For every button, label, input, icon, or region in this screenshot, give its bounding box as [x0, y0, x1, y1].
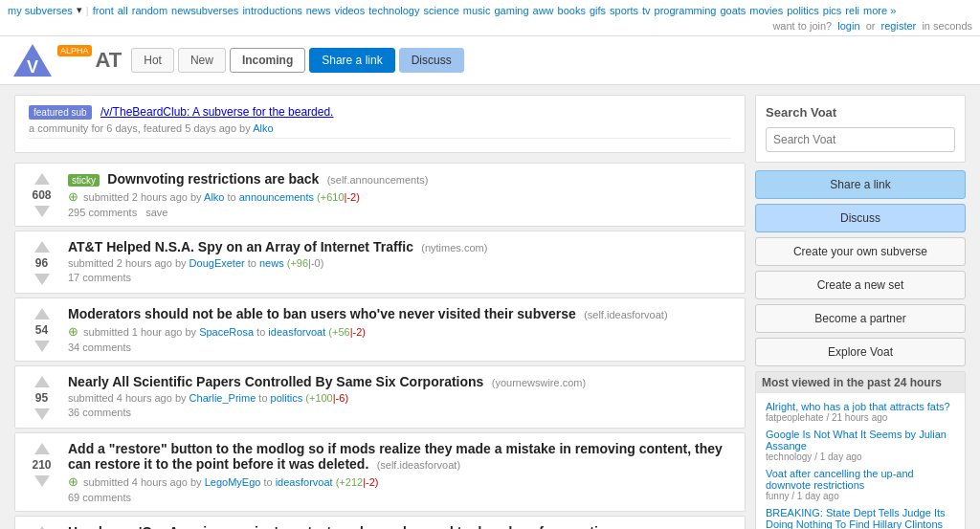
top-navigation: my subverses ▾ | front all random newsub… [0, 0, 980, 36]
nav-movies[interactable]: movies [749, 5, 783, 16]
nav-introductions[interactable]: introductions [242, 5, 301, 16]
featured-author[interactable]: Alko [253, 122, 273, 134]
comments-link[interactable]: 36 comments [68, 407, 131, 418]
post-subverse[interactable]: announcements [239, 191, 314, 203]
upvote-button[interactable] [34, 376, 50, 387]
post-author[interactable]: Charlie_Prime [189, 392, 256, 404]
tab-new[interactable]: New [178, 48, 226, 73]
become-partner-button[interactable]: Become a partner [755, 304, 966, 333]
downvote-button[interactable] [34, 341, 50, 352]
vote-column: 54 [15, 306, 68, 353]
explore-button[interactable]: Explore Voat [755, 338, 966, 366]
plus-icon: ⊕ [68, 474, 78, 489]
nav-music[interactable]: music [463, 5, 491, 16]
post-domain: (nytimes.com) [421, 242, 487, 253]
most-viewed-link[interactable]: BREAKING: State Dept Tells Judge Its Doi… [766, 507, 955, 529]
post-subverse[interactable]: news [259, 257, 284, 269]
vote-column: 96 [15, 239, 68, 285]
vote-count: 95 [35, 391, 48, 405]
post-subverse[interactable]: ideasforvoat [268, 326, 325, 338]
tab-discuss[interactable]: Discuss [399, 48, 464, 73]
most-viewed-box: Most viewed in the past 24 hours Alright… [755, 371, 966, 529]
discuss-button[interactable]: Discuss [755, 204, 966, 232]
search-input[interactable] [766, 127, 955, 152]
post-title[interactable]: Honduras: 'Our American spring': protest… [68, 524, 614, 529]
post-domain: (yournewswire.com) [492, 377, 586, 388]
nav-videos[interactable]: videos [334, 5, 365, 16]
post-domain: (self.ideasforvoat) [584, 309, 667, 320]
table-row: 95 Nearly All Scientific Papers Controll… [14, 365, 746, 429]
list-item: Google Is Not What It Seems by Julian As… [766, 429, 955, 462]
list-item: Alright, who has a job that attracts fat… [766, 401, 955, 423]
nav-science[interactable]: science [423, 5, 458, 16]
post-subverse[interactable]: ideasforvoat [276, 476, 333, 488]
nav-politics[interactable]: politics [787, 5, 819, 16]
nav-random[interactable]: random [132, 5, 167, 16]
nav-more[interactable]: more » [863, 5, 896, 16]
nav-aww[interactable]: aww [533, 5, 554, 16]
nav-reli[interactable]: reli [845, 5, 859, 16]
tab-share-link[interactable]: Share a link [309, 48, 394, 73]
featured-banner: featured sub /v/TheBeardClub: A subverse… [14, 95, 746, 153]
post-title[interactable]: Moderators should not be able to ban use… [68, 306, 576, 321]
save-link[interactable]: save [145, 207, 167, 218]
vote-count: 210 [32, 458, 51, 472]
post-author[interactable]: DougExeter [189, 257, 245, 269]
post-title[interactable]: AT&T Helped N.S.A. Spy on an Array of In… [68, 239, 413, 254]
downvote-button[interactable] [34, 475, 50, 487]
post-author[interactable]: Alko [204, 191, 224, 203]
plus-icon: ⊕ [68, 189, 78, 204]
share-link-button[interactable]: Share a link [755, 170, 966, 199]
create-subverse-button[interactable]: Create your own subverse [755, 237, 966, 266]
main-layout: featured sub /v/TheBeardClub: A subverse… [7, 85, 973, 529]
post-domain: (self.announcements) [327, 174, 429, 186]
featured-title[interactable]: /v/TheBeardClub: A subverse for the bear… [100, 105, 333, 119]
nav-books[interactable]: books [558, 5, 586, 16]
downvote-button[interactable] [34, 274, 50, 285]
post-title[interactable]: Nearly All Scientific Papers Controlled … [68, 374, 483, 389]
nav-programming[interactable]: programming [655, 5, 717, 16]
most-viewed-link[interactable]: Google Is Not What It Seems by Julian As… [766, 429, 955, 452]
post-author[interactable]: LegoMyEgo [205, 476, 261, 488]
upvote-button[interactable] [34, 241, 50, 253]
upvote-button[interactable] [34, 443, 50, 454]
post-title[interactable]: Downvoting restrictions are back [107, 171, 319, 187]
login-link[interactable]: login [837, 20, 859, 32]
upvote-button[interactable] [34, 173, 50, 185]
post-subverse[interactable]: politics [271, 392, 303, 404]
nav-tv[interactable]: tv [642, 5, 651, 16]
tab-incoming[interactable]: Incoming [230, 48, 305, 73]
nav-gaming[interactable]: gaming [494, 5, 528, 16]
vote-count: 96 [35, 256, 48, 270]
comments-link[interactable]: 17 comments [68, 272, 131, 283]
most-viewed-link[interactable]: Voat after cancelling the up-and downvot… [766, 468, 955, 491]
nav-newsubverses[interactable]: newsubverses [171, 5, 238, 16]
most-viewed-link[interactable]: Alright, who has a job that attracts fat… [766, 401, 955, 412]
nav-mysubverses[interactable]: my subverses [8, 5, 73, 16]
nav-front[interactable]: front [93, 5, 114, 16]
header-tabs: Hot New Incoming Share a link Discuss [131, 48, 463, 73]
table-row: 54 Moderators should not be able to ban … [14, 298, 746, 362]
downvote-button[interactable] [34, 206, 50, 217]
plus-icon: ⊕ [68, 324, 78, 339]
post-author[interactable]: SpaceRosa [199, 326, 254, 338]
comments-link[interactable]: 34 comments [68, 342, 131, 353]
sidebar: Search Voat Share a link Discuss Create … [755, 95, 966, 529]
create-set-button[interactable]: Create a new set [755, 271, 966, 299]
nav-goats[interactable]: goats [720, 5, 746, 16]
upvote-button[interactable] [34, 308, 50, 320]
vote-count: 54 [35, 323, 48, 337]
nav-all[interactable]: all [118, 5, 128, 16]
downvote-button[interactable] [34, 408, 50, 420]
vote-column: 95 [15, 374, 68, 420]
nav-gifs[interactable]: gifs [590, 5, 606, 16]
comments-link[interactable]: 295 comments [68, 207, 137, 218]
nav-pics[interactable]: pics [823, 5, 842, 16]
sticky-tag: sticky [68, 174, 100, 187]
register-link[interactable]: register [881, 20, 917, 32]
nav-technology[interactable]: technology [368, 5, 419, 16]
nav-news[interactable]: news [306, 5, 331, 16]
comments-link[interactable]: 69 comments [68, 492, 131, 503]
tab-hot[interactable]: Hot [131, 48, 174, 73]
nav-sports[interactable]: sports [610, 5, 638, 16]
